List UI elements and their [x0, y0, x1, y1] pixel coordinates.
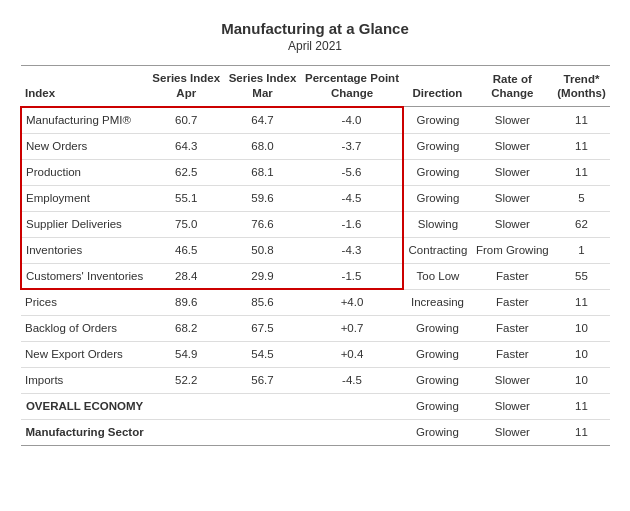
- table-row: Manufacturing PMI®60.764.7-4.0GrowingSlo…: [21, 107, 610, 133]
- table-row: Employment55.159.6-4.5GrowingSlower5: [21, 185, 610, 211]
- cell-mar: 54.5: [224, 342, 300, 368]
- cell-rate: Faster: [472, 263, 553, 289]
- cell-apr: 64.3: [148, 133, 224, 159]
- cell-mar: 59.6: [224, 185, 300, 211]
- cell-trend: 5: [553, 185, 610, 211]
- cell-direction: Growing: [403, 368, 471, 394]
- cell-ppc: -1.6: [301, 211, 404, 237]
- cell-trend: 62: [553, 211, 610, 237]
- cell-rate: Slower: [472, 368, 553, 394]
- table-row: Supplier Deliveries75.076.6-1.6SlowingSl…: [21, 211, 610, 237]
- cell-trend: 11: [553, 394, 610, 420]
- cell-trend: 10: [553, 316, 610, 342]
- cell-ppc: -4.5: [301, 368, 404, 394]
- cell-rate: From Growing: [472, 237, 553, 263]
- cell-trend: 11: [553, 289, 610, 315]
- cell-rate: Slower: [472, 133, 553, 159]
- main-title: Manufacturing at a Glance: [20, 20, 610, 37]
- cell-direction: Too Low: [403, 263, 471, 289]
- cell-direction: Increasing: [403, 289, 471, 315]
- col-header-rate: Rate ofChange: [472, 66, 553, 107]
- cell-ppc: +0.4: [301, 342, 404, 368]
- cell-mar: 29.9: [224, 263, 300, 289]
- cell-apr: [148, 394, 224, 420]
- cell-trend: 1: [553, 237, 610, 263]
- cell-direction: Growing: [403, 133, 471, 159]
- cell-mar: 76.6: [224, 211, 300, 237]
- table-row: Prices89.685.6+4.0IncreasingFaster11: [21, 289, 610, 315]
- cell-mar: 68.1: [224, 159, 300, 185]
- cell-mar: 56.7: [224, 368, 300, 394]
- cell-mar: 64.7: [224, 107, 300, 133]
- cell-ppc: -5.6: [301, 159, 404, 185]
- cell-direction: Contracting: [403, 237, 471, 263]
- cell-direction: Growing: [403, 342, 471, 368]
- data-table: Index Series IndexApr Series IndexMar Pe…: [20, 65, 610, 446]
- cell-rate: Faster: [472, 316, 553, 342]
- cell-trend: 11: [553, 159, 610, 185]
- cell-ppc: [301, 394, 404, 420]
- cell-rate: Faster: [472, 342, 553, 368]
- cell-rate: Slower: [472, 185, 553, 211]
- sub-title: April 2021: [20, 39, 610, 53]
- cell-index: Manufacturing PMI®: [21, 107, 148, 133]
- cell-apr: 60.7: [148, 107, 224, 133]
- cell-mar: 68.0: [224, 133, 300, 159]
- cell-index: OVERALL ECONOMY: [21, 394, 148, 420]
- cell-apr: 62.5: [148, 159, 224, 185]
- col-header-direction: Direction: [403, 66, 471, 107]
- cell-apr: 28.4: [148, 263, 224, 289]
- cell-index: Manufacturing Sector: [21, 420, 148, 446]
- cell-mar: 67.5: [224, 316, 300, 342]
- cell-ppc: -3.7: [301, 133, 404, 159]
- cell-index: Production: [21, 159, 148, 185]
- cell-ppc: [301, 420, 404, 446]
- table-row: Imports52.256.7-4.5GrowingSlower10: [21, 368, 610, 394]
- cell-apr: 54.9: [148, 342, 224, 368]
- cell-apr: 89.6: [148, 289, 224, 315]
- cell-trend: 11: [553, 420, 610, 446]
- table-row: Customers' Inventories28.429.9-1.5Too Lo…: [21, 263, 610, 289]
- cell-rate: Slower: [472, 107, 553, 133]
- cell-index: Customers' Inventories: [21, 263, 148, 289]
- cell-trend: 11: [553, 107, 610, 133]
- cell-index: Employment: [21, 185, 148, 211]
- cell-trend: 55: [553, 263, 610, 289]
- col-header-series-apr: Series IndexApr: [148, 66, 224, 107]
- cell-direction: Growing: [403, 420, 471, 446]
- cell-apr: [148, 420, 224, 446]
- cell-ppc: +4.0: [301, 289, 404, 315]
- col-header-ppc: Percentage PointChange: [301, 66, 404, 107]
- cell-apr: 75.0: [148, 211, 224, 237]
- cell-direction: Growing: [403, 107, 471, 133]
- page-container: Manufacturing at a Glance April 2021 Ind…: [20, 20, 610, 446]
- table-row: Backlog of Orders68.267.5+0.7GrowingFast…: [21, 316, 610, 342]
- cell-rate: Slower: [472, 159, 553, 185]
- cell-trend: 10: [553, 368, 610, 394]
- cell-direction: Growing: [403, 185, 471, 211]
- cell-rate: Slower: [472, 394, 553, 420]
- cell-index: Supplier Deliveries: [21, 211, 148, 237]
- col-header-index: Index: [21, 66, 148, 107]
- col-header-trend: Trend*(Months): [553, 66, 610, 107]
- cell-index: Backlog of Orders: [21, 316, 148, 342]
- table-row: New Export Orders54.954.5+0.4GrowingFast…: [21, 342, 610, 368]
- cell-trend: 11: [553, 133, 610, 159]
- header-row: Index Series IndexApr Series IndexMar Pe…: [21, 66, 610, 107]
- cell-ppc: -1.5: [301, 263, 404, 289]
- cell-index: New Orders: [21, 133, 148, 159]
- cell-direction: Growing: [403, 316, 471, 342]
- cell-mar: [224, 420, 300, 446]
- cell-mar: 85.6: [224, 289, 300, 315]
- cell-apr: 55.1: [148, 185, 224, 211]
- table-row: Manufacturing SectorGrowingSlower11: [21, 420, 610, 446]
- cell-rate: Faster: [472, 289, 553, 315]
- table-row: Production62.568.1-5.6GrowingSlower11: [21, 159, 610, 185]
- cell-ppc: +0.7: [301, 316, 404, 342]
- cell-ppc: -4.0: [301, 107, 404, 133]
- table-row: Inventories46.550.8-4.3ContractingFrom G…: [21, 237, 610, 263]
- cell-direction: Slowing: [403, 211, 471, 237]
- cell-rate: Slower: [472, 211, 553, 237]
- table-row: OVERALL ECONOMYGrowingSlower11: [21, 394, 610, 420]
- cell-direction: Growing: [403, 394, 471, 420]
